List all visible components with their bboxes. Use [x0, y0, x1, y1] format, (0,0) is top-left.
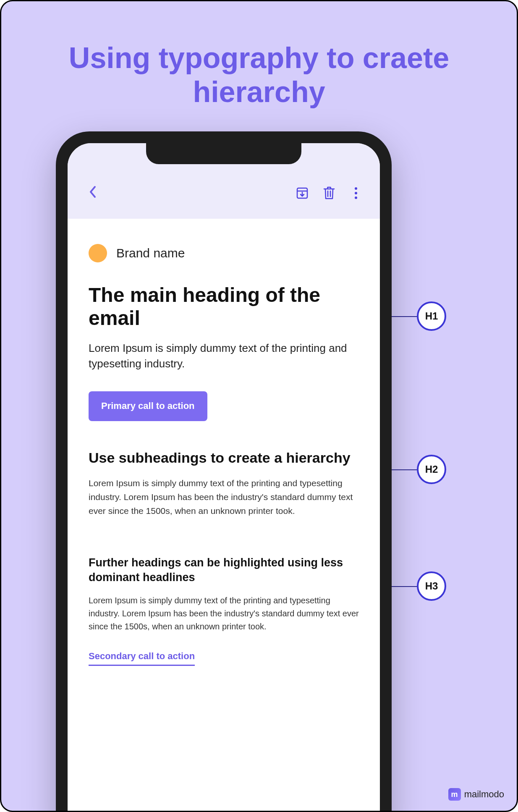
topbar-actions — [295, 186, 363, 200]
svg-point-8 — [355, 196, 357, 199]
brand-row: Brand name — [89, 244, 359, 262]
svg-point-7 — [355, 192, 357, 194]
email-content: Brand name The main heading of the email… — [68, 219, 380, 683]
diagram-title: Using typography to craete hierarchy — [1, 41, 517, 109]
mailmodo-brandmark: m mailmodo — [448, 788, 504, 801]
annotation-badge-h2: H2 — [417, 455, 446, 484]
email-paragraph-1: Lorem Ipsum is simply dummy text of the … — [89, 341, 359, 371]
chevron-left-icon — [89, 186, 97, 198]
phone-notch — [146, 143, 301, 164]
email-paragraph-2: Lorem Ipsum is simply dummy text of the … — [89, 477, 359, 518]
primary-cta-button[interactable]: Primary call to action — [89, 391, 207, 421]
more-vertical-icon — [354, 187, 358, 199]
mailmodo-logo-text: mailmodo — [464, 789, 504, 800]
email-paragraph-3: Lorem Ipsum is simply dummy text of the … — [89, 594, 359, 633]
annotation-badge-h3: H3 — [417, 571, 446, 601]
brand-logo-dot — [89, 244, 107, 262]
svg-point-6 — [355, 187, 357, 190]
back-button[interactable] — [84, 183, 101, 200]
phone-frame: Brand name The main heading of the email… — [56, 131, 392, 812]
trash-icon — [323, 186, 335, 200]
secondary-cta-link[interactable]: Secondary call to action — [89, 650, 195, 666]
annotation-badge-h1: H1 — [417, 301, 446, 331]
email-h2: Use subheadings to create a hierarchy — [89, 449, 359, 467]
brand-name: Brand name — [116, 244, 185, 262]
delete-button[interactable] — [322, 186, 336, 200]
mailmodo-logo-icon: m — [448, 788, 461, 801]
more-button[interactable] — [349, 186, 363, 200]
email-h1: The main heading of the email — [89, 283, 359, 330]
archive-button[interactable] — [295, 186, 309, 200]
diagram-canvas: Using typography to craete hierarchy H1 … — [0, 0, 518, 812]
email-h3: Further headings can be highlighted usin… — [89, 555, 359, 585]
archive-icon — [296, 187, 309, 199]
phone-screen: Brand name The main heading of the email… — [68, 143, 380, 812]
